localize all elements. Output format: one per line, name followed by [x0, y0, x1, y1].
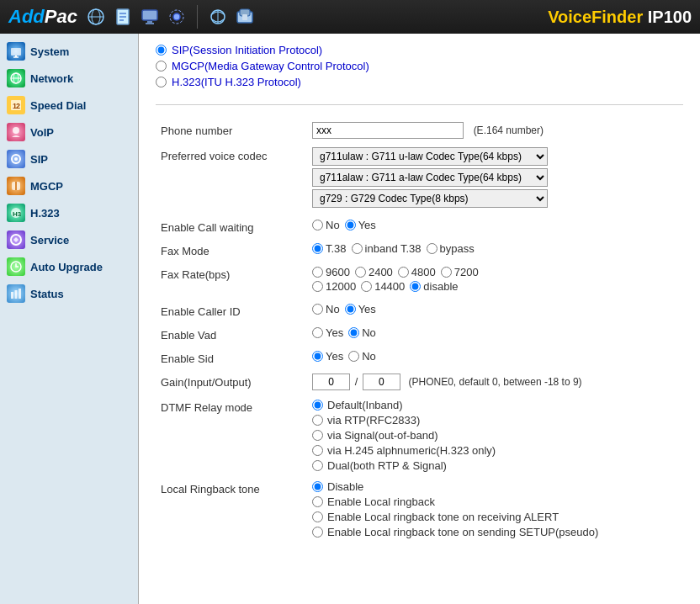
dtmf-rtp[interactable]: via RTP(RFC2833) — [312, 414, 678, 427]
icon-settings[interactable] — [167, 7, 187, 27]
fax-rate-disable-radio[interactable] — [410, 281, 421, 292]
vad-no-radio[interactable] — [348, 327, 359, 338]
protocol-sip-label[interactable]: SIP(Session Initiation Protocol) — [172, 44, 322, 56]
caller-id-no-radio[interactable] — [312, 304, 323, 315]
ringback-enable-local[interactable]: Enable Local ringback — [312, 495, 678, 508]
fax-mode-bypass[interactable]: bypass — [427, 242, 475, 255]
call-waiting-no-radio[interactable] — [312, 220, 323, 230]
fax-rate-4800-radio[interactable] — [398, 267, 409, 278]
ringback-enable-radio[interactable] — [312, 496, 323, 507]
ringback-disable[interactable]: Disable — [312, 480, 678, 493]
call-waiting-no[interactable]: No — [312, 219, 340, 231]
fax-rate-7200[interactable]: 7200 — [441, 266, 479, 278]
dtmf-rtp-radio[interactable] — [312, 415, 323, 426]
dtmf-h245[interactable]: via H.245 alphnumeric(H.323 only) — [312, 444, 678, 457]
phone-number-label: Phone number — [156, 118, 307, 143]
sidebar-item-autoupgrade[interactable]: Auto Upgrade — [0, 253, 138, 280]
sidebar-item-sip[interactable]: SIP — [0, 146, 138, 172]
protocol-h323-radio[interactable] — [156, 77, 167, 87]
sidebar-item-status[interactable]: Status — [0, 280, 138, 307]
header: AddPac — [0, 0, 700, 34]
dtmf-label: DTMF Relay mode — [156, 395, 307, 476]
dtmf-signal[interactable]: via Signal(out-of-band) — [312, 429, 678, 442]
dtmf-default[interactable]: Default(Inband) — [312, 399, 678, 411]
protocol-h323-label[interactable]: H.323(ITU H.323 Protocol) — [172, 76, 301, 88]
call-waiting-yes-radio[interactable] — [345, 220, 356, 230]
protocol-mgcp[interactable]: MGCP(Media Gateway Control Protocol) — [156, 60, 683, 72]
fax-rate-2400[interactable]: 2400 — [355, 266, 393, 278]
codec-select-3[interactable]: g729 : G729 Codec Type(8 kbps) g711ulaw … — [312, 189, 548, 208]
header-divider1 — [197, 5, 198, 29]
fax-mode-bypass-radio[interactable] — [427, 243, 438, 254]
sidebar-item-service[interactable]: Service — [0, 226, 138, 253]
vad-label: Enable Vad — [156, 322, 307, 346]
vad-yes[interactable]: Yes — [312, 326, 343, 339]
caller-id-yes[interactable]: Yes — [345, 303, 376, 315]
dtmf-dual-radio[interactable] — [312, 460, 323, 471]
sidebar-label-mgcp: MGCP — [30, 180, 63, 193]
sidebar-item-system[interactable]: System — [0, 38, 138, 65]
fax-rate-14400-radio[interactable] — [361, 281, 372, 292]
gain-output-field[interactable] — [363, 374, 400, 390]
fax-mode-inband[interactable]: inband T.38 — [352, 242, 422, 255]
sid-no-radio[interactable] — [348, 351, 359, 362]
caller-id-yes-radio[interactable] — [345, 304, 356, 315]
sidebar: System Network 1 2 Speed Dial — [0, 34, 139, 604]
fax-rate-2400-radio[interactable] — [355, 267, 366, 278]
sidebar-item-network[interactable]: Network — [0, 65, 138, 92]
icon-globe[interactable] — [86, 7, 106, 27]
dtmf-signal-radio[interactable] — [312, 430, 323, 441]
sid-yes[interactable]: Yes — [312, 350, 343, 363]
speeddial-icon: 1 2 — [7, 96, 25, 114]
fax-rate-disable[interactable]: disable — [410, 280, 458, 293]
vad-no[interactable]: No — [348, 326, 376, 339]
icon-doc[interactable] — [113, 7, 133, 27]
sidebar-item-speeddial[interactable]: 1 2 Speed Dial — [0, 92, 138, 119]
fax-mode-inband-radio[interactable] — [352, 243, 363, 254]
gain-input-field[interactable] — [312, 374, 350, 390]
fax-mode-t38[interactable]: T.38 — [312, 242, 347, 255]
call-waiting-yes[interactable]: Yes — [345, 219, 376, 231]
config-form: Phone number (E.164 number) Preferred vo… — [156, 118, 683, 543]
dtmf-dual[interactable]: Dual(both RTP & Signal) — [312, 459, 678, 472]
protocol-sip[interactable]: SIP(Session Initiation Protocol) — [156, 44, 683, 56]
sidebar-item-voip[interactable]: VoIP — [0, 119, 138, 146]
protocol-mgcp-radio[interactable] — [156, 61, 167, 72]
ringback-setup[interactable]: Enable Local ringback tone on sending SE… — [312, 526, 678, 538]
icon-help[interactable] — [235, 7, 255, 27]
sid-yes-radio[interactable] — [312, 351, 323, 362]
caller-id-no[interactable]: No — [312, 303, 340, 315]
icon-network2[interactable] — [208, 7, 228, 27]
e164-label: (E.164 number) — [474, 125, 544, 136]
sid-no[interactable]: No — [348, 350, 376, 363]
protocol-h323[interactable]: H.323(ITU H.323 Protocol) — [156, 76, 683, 88]
ringback-alert-radio[interactable] — [312, 511, 323, 522]
protocol-sip-radio[interactable] — [156, 45, 167, 56]
ringback-alert[interactable]: Enable Local ringback tone on receiving … — [312, 511, 678, 523]
sidebar-item-mgcp[interactable]: MGCP — [0, 172, 138, 199]
call-waiting-label: Enable Call waiting — [156, 215, 307, 238]
fax-rate-9600[interactable]: 9600 — [312, 266, 350, 278]
fax-rate-7200-radio[interactable] — [441, 267, 452, 278]
codec-select-1[interactable]: g711ulaw : G711 u-law Codec Type(64 kbps… — [312, 147, 548, 166]
ringback-setup-radio[interactable] — [312, 527, 323, 538]
dtmf-default-radio[interactable] — [312, 400, 323, 411]
vad-yes-radio[interactable] — [312, 327, 323, 338]
fax-mode-t38-radio[interactable] — [312, 243, 323, 254]
fax-rate-12000[interactable]: 12000 — [312, 280, 356, 293]
status-icon — [7, 284, 25, 303]
fax-mode-row: Fax Mode T.38 inband T.38 — [156, 238, 683, 262]
fax-rate-12000-radio[interactable] — [312, 281, 323, 292]
sidebar-item-h323[interactable]: H3 H.323 — [0, 199, 138, 226]
dtmf-h245-radio[interactable] — [312, 445, 323, 456]
sip-icon — [7, 150, 25, 168]
protocol-mgcp-label[interactable]: MGCP(Media Gateway Control Protocol) — [172, 60, 369, 72]
system-icon — [7, 42, 25, 61]
icon-monitor[interactable] — [140, 7, 160, 27]
fax-rate-14400[interactable]: 14400 — [361, 280, 405, 293]
fax-rate-4800[interactable]: 4800 — [398, 266, 436, 278]
phone-number-input[interactable] — [312, 122, 464, 139]
fax-rate-9600-radio[interactable] — [312, 267, 323, 278]
codec-select-2[interactable]: g711alaw : G711 a-law Codec Type(64 kbps… — [312, 168, 548, 187]
ringback-disable-radio[interactable] — [312, 481, 323, 492]
